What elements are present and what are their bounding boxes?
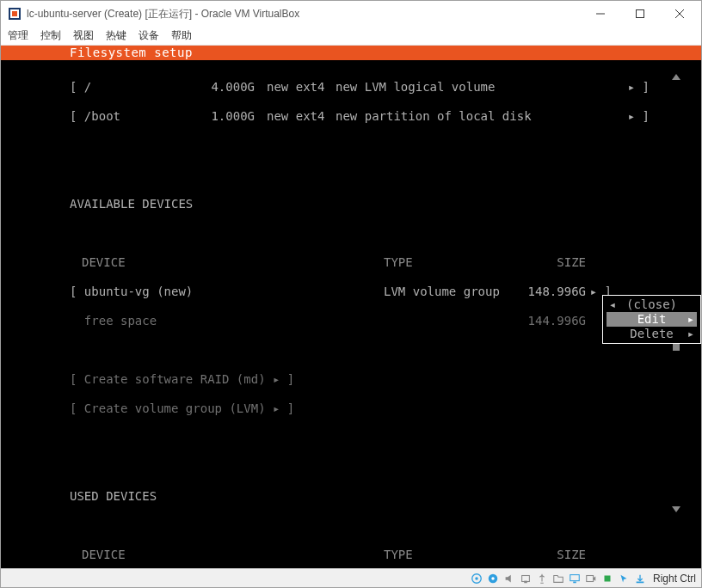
usb-icon[interactable] xyxy=(535,572,549,585)
device-sub-row[interactable]: free space144.996G xyxy=(70,314,650,328)
ctx-edit[interactable]: Edit▸ xyxy=(607,312,697,327)
menubar: 管理 控制 视图 热键 设备 帮助 xyxy=(1,27,701,46)
installer-content: [ /4.000Gnew ext4new LVM logical volume▸… xyxy=(1,65,701,568)
cpu-icon[interactable] xyxy=(600,572,614,585)
svg-rect-11 xyxy=(522,575,530,581)
svg-rect-12 xyxy=(524,580,527,583)
menu-control[interactable]: 控制 xyxy=(40,28,61,43)
ctx-close[interactable]: ◂(close) xyxy=(607,297,697,312)
svg-rect-4 xyxy=(637,10,644,18)
svg-point-8 xyxy=(475,577,478,580)
create-raid-option[interactable]: [ Create software RAID (md) ▸ ] xyxy=(70,372,650,387)
network-icon[interactable] xyxy=(519,572,533,585)
svg-rect-2 xyxy=(12,11,17,16)
minimize-button[interactable] xyxy=(581,1,620,27)
svg-rect-17 xyxy=(637,581,644,583)
create-lvm-option[interactable]: [ Create volume group (LVM) ▸ ] xyxy=(70,401,650,416)
scrollbar[interactable] xyxy=(672,74,680,512)
ctx-delete[interactable]: Delete▸ xyxy=(607,327,697,341)
vm-window: lc-ubuntu-server (Create) [正在运行] - Oracl… xyxy=(0,0,702,588)
virtualbox-icon xyxy=(8,7,22,21)
display-icon[interactable] xyxy=(568,572,582,585)
device-row[interactable]: [ ubuntu-vg (new)LVM volume group148.996… xyxy=(70,285,650,299)
col-header: DEVICETYPESIZE xyxy=(70,548,650,562)
menu-view[interactable]: 视图 xyxy=(73,28,94,43)
recording-icon[interactable] xyxy=(584,572,598,585)
scroll-down-icon xyxy=(672,506,680,512)
svg-rect-15 xyxy=(587,575,594,581)
svg-rect-13 xyxy=(570,574,580,580)
audio-icon[interactable] xyxy=(502,572,516,585)
section-header: AVAILABLE DEVICES xyxy=(70,197,650,211)
shared-folder-icon[interactable] xyxy=(551,572,565,585)
optical-icon[interactable] xyxy=(486,572,500,585)
context-menu: ◂(close) Edit▸ Delete▸ xyxy=(602,295,701,344)
maximize-button[interactable] xyxy=(620,1,660,27)
menu-manage[interactable]: 管理 xyxy=(8,28,28,43)
svg-point-10 xyxy=(491,577,495,580)
hdd-icon[interactable] xyxy=(470,572,483,585)
scroll-up-icon xyxy=(672,74,680,80)
window-title: lc-ubuntu-server (Create) [正在运行] - Oracl… xyxy=(27,7,581,21)
menu-devices[interactable]: 设备 xyxy=(139,28,159,43)
statusbar: Right Ctrl xyxy=(1,568,701,587)
hostkey-label: Right Ctrl xyxy=(653,573,696,585)
titlebar: lc-ubuntu-server (Create) [正在运行] - Oracl… xyxy=(1,1,701,27)
close-button[interactable] xyxy=(660,1,699,27)
svg-rect-14 xyxy=(573,581,576,583)
col-header: DEVICETYPESIZE xyxy=(70,255,650,270)
svg-rect-16 xyxy=(604,575,610,581)
keyboard-capture-icon[interactable] xyxy=(633,572,647,585)
installer-header: Filesystem setup xyxy=(1,46,701,60)
menu-hotkey[interactable]: 热键 xyxy=(106,28,126,43)
fs-row[interactable]: [ /boot1.000Gnew ext4new partition of lo… xyxy=(70,109,650,124)
vm-screen[interactable]: Filesystem setup [ /4.000Gnew ext4new LV… xyxy=(1,46,701,568)
menu-help[interactable]: 帮助 xyxy=(171,28,192,43)
section-header: USED DEVICES xyxy=(70,489,650,504)
mouse-integration-icon[interactable] xyxy=(617,572,631,585)
fs-row[interactable]: [ /4.000Gnew ext4new LVM logical volume▸… xyxy=(70,80,650,95)
